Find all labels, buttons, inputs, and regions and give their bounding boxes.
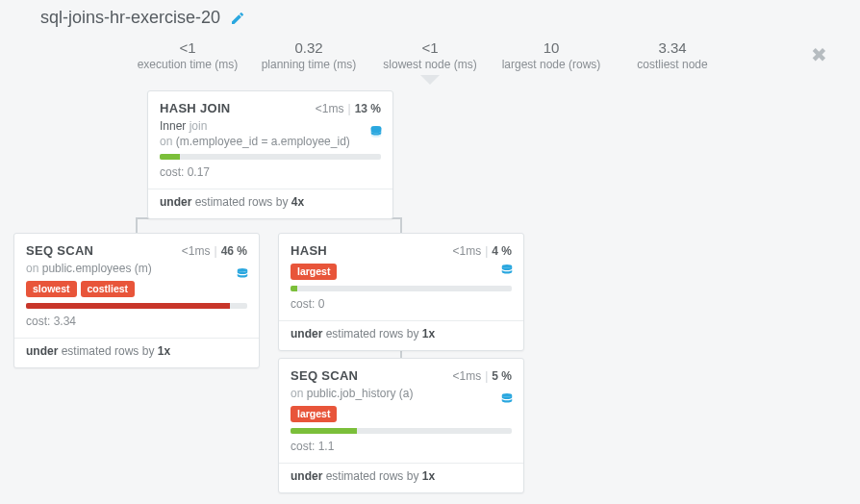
node-stats: <1ms|13 % bbox=[316, 102, 381, 115]
stat-label: execution time (ms) bbox=[136, 58, 240, 71]
stat-label: largest node (rows) bbox=[499, 58, 603, 71]
plan-node-seq-scan-job-history[interactable]: SEQ SCAN <1ms|5 % on public.job_history … bbox=[278, 358, 524, 493]
node-stats: <1ms|4 % bbox=[453, 244, 513, 258]
cost-line: cost: 1.1 bbox=[291, 440, 512, 459]
estimate-line: under estimated rows by 1x bbox=[291, 469, 512, 483]
stat-label: costliest node bbox=[620, 58, 724, 71]
stat-execution-time: <1 execution time (ms) bbox=[136, 39, 240, 71]
estimate-line: under estimated rows by 4x bbox=[160, 195, 381, 209]
plan-node-hash-join[interactable]: HASH JOIN <1ms|13 % Inner join on (m.emp… bbox=[147, 90, 393, 219]
badge-largest: largest bbox=[291, 264, 337, 280]
plan-node-hash[interactable]: HASH <1ms|4 % largest cost: 0 under esti… bbox=[278, 233, 524, 351]
svg-point-3 bbox=[502, 265, 513, 268]
badge-largest: largest bbox=[291, 406, 337, 422]
stats-bar: <1 execution time (ms) 0.32 planning tim… bbox=[0, 34, 860, 79]
plan-canvas: HASH JOIN <1ms|13 % Inner join on (m.emp… bbox=[0, 90, 860, 504]
node-detail-line: Inner join bbox=[160, 119, 381, 133]
node-title: HASH bbox=[291, 243, 327, 258]
svg-point-1 bbox=[371, 126, 382, 130]
node-stats: <1ms|5 % bbox=[453, 369, 513, 383]
edit-icon[interactable] bbox=[230, 11, 245, 26]
plan-title: sql-joins-hr-exercise-20 bbox=[40, 8, 220, 28]
svg-point-2 bbox=[238, 268, 248, 272]
badge-row: largest bbox=[291, 406, 512, 422]
stat-largest-node: 10 largest node (rows) bbox=[499, 39, 603, 71]
node-stats: <1ms|46 % bbox=[182, 244, 247, 258]
node-title: HASH JOIN bbox=[160, 101, 231, 115]
cost-bar bbox=[26, 303, 247, 309]
title-bar: sql-joins-hr-exercise-20 bbox=[0, 0, 860, 34]
stat-slowest-node: <1 slowest node (ms) bbox=[378, 39, 482, 71]
badge-costliest: costliest bbox=[81, 281, 136, 297]
estimate-line: under estimated rows by 1x bbox=[291, 327, 512, 340]
stat-value: 3.34 bbox=[620, 39, 724, 56]
node-detail-line: on (m.employee_id = a.employee_id) bbox=[160, 135, 381, 148]
stat-costliest-node: 3.34 costliest node bbox=[620, 39, 724, 71]
cost-bar bbox=[291, 286, 512, 291]
node-title: SEQ SCAN bbox=[26, 243, 93, 258]
plan-node-seq-scan-employees[interactable]: SEQ SCAN <1ms|46 % on public.employees (… bbox=[13, 233, 260, 368]
cost-line: cost: 3.34 bbox=[26, 315, 247, 334]
database-icon[interactable] bbox=[236, 266, 249, 286]
stat-value: 10 bbox=[499, 39, 603, 56]
badge-slowest: slowest bbox=[26, 281, 77, 297]
stat-value: <1 bbox=[378, 39, 482, 56]
stat-value: 0.32 bbox=[257, 39, 361, 56]
database-icon[interactable] bbox=[369, 124, 383, 143]
cost-bar bbox=[291, 428, 512, 434]
cost-bar bbox=[160, 154, 381, 160]
node-detail-line: on public.job_history (a) bbox=[291, 387, 512, 400]
node-detail-line: on public.employees (m) bbox=[26, 262, 247, 275]
badge-row: largest bbox=[291, 264, 512, 280]
svg-point-4 bbox=[502, 393, 513, 397]
stat-label: slowest node (ms) bbox=[378, 58, 482, 71]
stat-planning-time: 0.32 planning time (ms) bbox=[257, 39, 361, 71]
stat-label: planning time (ms) bbox=[257, 58, 361, 71]
stat-value: <1 bbox=[136, 39, 240, 56]
cost-line: cost: 0 bbox=[291, 297, 512, 316]
badge-row: slowest costliest bbox=[26, 281, 247, 297]
database-icon[interactable] bbox=[500, 263, 514, 282]
cost-line: cost: 0.17 bbox=[160, 165, 381, 185]
close-icon[interactable]: ✖ bbox=[811, 43, 827, 66]
estimate-line: under estimated rows by 1x bbox=[26, 344, 247, 358]
node-title: SEQ SCAN bbox=[291, 368, 358, 383]
database-icon[interactable] bbox=[500, 391, 514, 411]
